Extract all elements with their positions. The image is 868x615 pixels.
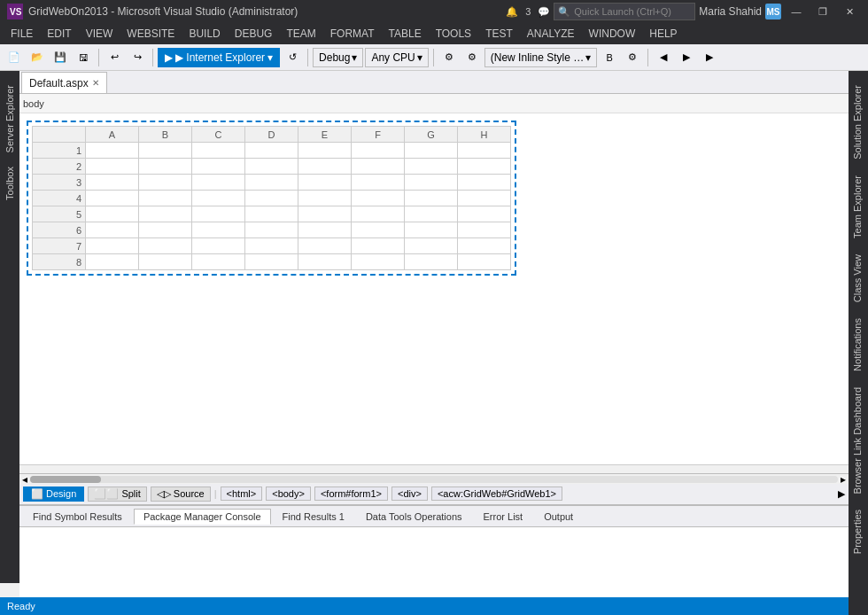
menu-view[interactable]: VIEW xyxy=(79,23,120,44)
cell-D6[interactable] xyxy=(245,222,298,238)
cell-H1[interactable] xyxy=(458,143,511,159)
platform-dropdown[interactable]: Any CPU ▾ xyxy=(365,48,428,67)
cell-B2[interactable] xyxy=(139,159,192,175)
nav-right-arrow[interactable]: ▶ xyxy=(838,488,845,500)
menu-table[interactable]: TABLE xyxy=(382,23,429,44)
sidebar-item-solution-explorer[interactable]: Solution Explorer xyxy=(849,78,867,167)
menu-analyze[interactable]: ANALYZE xyxy=(520,23,582,44)
cell-B8[interactable] xyxy=(139,254,192,270)
scroll-left-btn[interactable]: ◂ xyxy=(19,473,30,486)
sidebar-item-server-explorer[interactable]: Server Explorer xyxy=(2,78,18,160)
cell-E2[interactable] xyxy=(298,159,352,175)
nav-back[interactable]: ◀ xyxy=(653,47,674,68)
cell-E1[interactable] xyxy=(298,143,352,159)
cell-D8[interactable] xyxy=(245,254,298,270)
cell-A7[interactable] xyxy=(86,238,139,254)
cell-B1[interactable] xyxy=(139,143,192,159)
cell-A1[interactable] xyxy=(86,143,139,159)
cell-C4[interactable] xyxy=(192,191,245,206)
cell-D4[interactable] xyxy=(245,191,298,206)
cell-D7[interactable] xyxy=(245,238,298,254)
cell-C3[interactable] xyxy=(192,175,245,191)
cell-A8[interactable] xyxy=(86,254,139,270)
horizontal-scrollbar[interactable]: ◂ ▸ xyxy=(19,473,849,484)
menu-edit[interactable]: EDIT xyxy=(40,23,78,44)
menu-help[interactable]: HELP xyxy=(642,23,684,44)
nav-html-tag[interactable]: <html> xyxy=(221,487,263,501)
cell-G7[interactable] xyxy=(405,238,458,254)
cell-F3[interactable] xyxy=(352,175,405,191)
cell-C5[interactable] xyxy=(192,206,245,222)
cell-G5[interactable] xyxy=(405,206,458,222)
cell-C2[interactable] xyxy=(192,159,245,175)
css-btn1[interactable]: ⚙ xyxy=(438,47,460,68)
cell-G3[interactable] xyxy=(405,175,458,191)
cell-C7[interactable] xyxy=(192,238,245,254)
cell-B6[interactable] xyxy=(139,222,192,238)
cell-D2[interactable] xyxy=(245,159,298,175)
cell-F1[interactable] xyxy=(352,143,405,159)
cell-E8[interactable] xyxy=(298,254,352,270)
config-dropdown[interactable]: Debug ▾ xyxy=(313,48,363,67)
cell-C1[interactable] xyxy=(192,143,245,159)
cell-B3[interactable] xyxy=(139,175,192,191)
nav-source[interactable]: ◁▷ Source xyxy=(151,487,211,502)
nav-split[interactable]: ⬜⬜ Split xyxy=(88,487,146,502)
scroll-right-btn[interactable]: ▸ xyxy=(838,473,849,486)
sidebar-item-properties[interactable]: Properties xyxy=(849,502,867,561)
cell-H4[interactable] xyxy=(458,191,511,206)
cell-C6[interactable] xyxy=(192,222,245,238)
cell-H2[interactable] xyxy=(458,159,511,175)
cell-G8[interactable] xyxy=(405,254,458,270)
cell-E3[interactable] xyxy=(298,175,352,191)
menu-debug[interactable]: DEBUG xyxy=(228,23,280,44)
refresh-button[interactable]: ↺ xyxy=(282,47,303,68)
menu-website[interactable]: WEBSITE xyxy=(120,23,182,44)
nav-grid-tag[interactable]: <acw:GridWeb#GridWeb1> xyxy=(431,487,562,501)
minimize-button[interactable]: — xyxy=(785,0,808,23)
nav-forward[interactable]: ▶ xyxy=(676,47,697,68)
cell-H3[interactable] xyxy=(458,175,511,191)
style-btn1[interactable]: B xyxy=(599,47,620,68)
nav-body-tag[interactable]: <body> xyxy=(266,487,311,501)
bottom-tab-error-list[interactable]: Error List xyxy=(474,509,533,525)
cell-F2[interactable] xyxy=(352,159,405,175)
nav-btn3[interactable]: ▶ xyxy=(699,47,720,68)
sidebar-item-class-view[interactable]: Class View xyxy=(849,247,867,309)
run-button[interactable]: ▶ ▶ Internet Explorer ▾ xyxy=(158,48,280,67)
cell-C8[interactable] xyxy=(192,254,245,270)
cell-F5[interactable] xyxy=(352,206,405,222)
cell-G2[interactable] xyxy=(405,159,458,175)
close-button[interactable]: ✕ xyxy=(838,0,861,23)
redo-button[interactable]: ↪ xyxy=(127,47,148,68)
cell-F7[interactable] xyxy=(352,238,405,254)
cell-G6[interactable] xyxy=(405,222,458,238)
cell-B7[interactable] xyxy=(139,238,192,254)
cell-F8[interactable] xyxy=(352,254,405,270)
bottom-tab-package-manager[interactable]: Package Manager Console xyxy=(134,509,271,525)
menu-test[interactable]: TEST xyxy=(478,23,520,44)
cell-D5[interactable] xyxy=(245,206,298,222)
quick-launch[interactable]: 🔍 Quick Launch (Ctrl+Q) xyxy=(554,3,695,20)
cell-E5[interactable] xyxy=(298,206,352,222)
menu-format[interactable]: FORMAT xyxy=(323,23,382,44)
sidebar-item-notifications[interactable]: Notifications xyxy=(849,311,867,378)
nav-design[interactable]: ⬜ Design xyxy=(23,487,84,502)
save-button[interactable]: 🖫 xyxy=(73,47,94,68)
nav-div-tag[interactable]: <div> xyxy=(391,487,428,501)
undo-button[interactable]: ↩ xyxy=(104,47,125,68)
cell-E7[interactable] xyxy=(298,238,352,254)
cell-D1[interactable] xyxy=(245,143,298,159)
bottom-tab-output[interactable]: Output xyxy=(534,509,583,525)
user-avatar[interactable]: MS xyxy=(765,4,781,19)
nav-form-tag[interactable]: <form#form1> xyxy=(314,487,388,501)
new-project-button[interactable]: 📄 xyxy=(4,47,25,68)
bottom-tab-find-results[interactable]: Find Results 1 xyxy=(273,509,354,525)
style-dropdown[interactable]: (New Inline Style … ▾ xyxy=(484,48,597,67)
sidebar-item-browser-link[interactable]: Browser Link Dashboard xyxy=(849,380,867,501)
cell-H6[interactable] xyxy=(458,222,511,238)
cell-E6[interactable] xyxy=(298,222,352,238)
cell-H7[interactable] xyxy=(458,238,511,254)
sidebar-item-team-explorer[interactable]: Team Explorer xyxy=(849,168,867,245)
sidebar-item-toolbox[interactable]: Toolbox xyxy=(2,160,18,207)
